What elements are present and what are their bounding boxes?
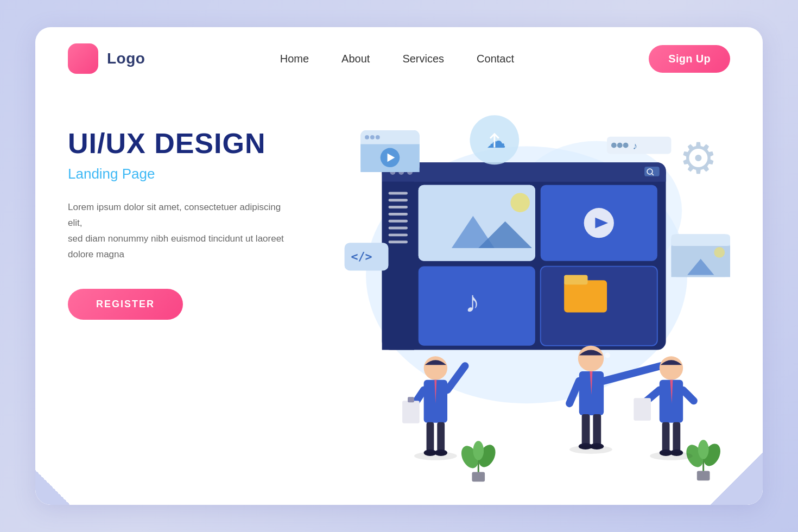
hero-section: UI/UX DESIGN Landing Page Lorem ipsum do… — [35, 74, 763, 486]
svg-point-89 — [670, 449, 683, 456]
svg-rect-15 — [389, 213, 408, 216]
nav-contact[interactable]: Contact — [477, 53, 514, 65]
svg-point-105 — [569, 445, 612, 454]
svg-point-9 — [647, 169, 653, 174]
register-button[interactable]: REGISTER — [68, 289, 183, 320]
svg-rect-87 — [673, 422, 680, 452]
svg-point-24 — [510, 193, 530, 212]
svg-rect-61 — [671, 246, 730, 277]
svg-point-43 — [381, 148, 400, 168]
svg-point-79 — [579, 443, 593, 449]
svg-point-6 — [398, 169, 404, 175]
svg-point-35 — [605, 352, 610, 358]
nav-services[interactable]: Services — [402, 53, 444, 65]
svg-rect-48 — [607, 137, 671, 154]
svg-rect-25 — [541, 185, 657, 261]
svg-rect-58 — [671, 234, 730, 277]
svg-point-106 — [650, 452, 693, 460]
svg-point-84 — [660, 356, 683, 379]
svg-point-39 — [365, 135, 369, 140]
svg-marker-27 — [595, 218, 608, 229]
svg-marker-22 — [452, 216, 495, 248]
svg-text:⚙: ⚙ — [679, 135, 718, 182]
svg-rect-66 — [427, 422, 434, 452]
svg-point-7 — [407, 169, 413, 175]
svg-point-97 — [473, 441, 484, 460]
svg-rect-78 — [593, 414, 601, 445]
nav-links: Home About Services Contact — [280, 53, 514, 65]
main-card: Logo Home About Services Contact Sign Up… — [35, 27, 763, 505]
svg-rect-3 — [382, 162, 666, 182]
svg-rect-86 — [662, 422, 670, 452]
svg-line-82 — [569, 381, 579, 403]
svg-marker-44 — [388, 153, 395, 162]
svg-line-91 — [683, 390, 694, 401]
svg-rect-21 — [419, 185, 535, 261]
svg-rect-72 — [402, 401, 420, 423]
svg-point-69 — [434, 449, 447, 456]
svg-text:♪: ♪ — [465, 285, 480, 319]
svg-rect-37 — [360, 130, 420, 144]
svg-rect-36 — [360, 130, 420, 172]
hero-right: ♪ — [328, 96, 730, 486]
svg-rect-93 — [634, 398, 651, 420]
svg-marker-83 — [590, 371, 592, 395]
logo-text: Logo — [107, 50, 145, 67]
svg-point-104 — [414, 452, 457, 460]
nav-about[interactable]: About — [341, 53, 370, 65]
svg-point-33 — [590, 352, 595, 358]
svg-rect-4 — [382, 172, 666, 182]
svg-text:</>: </> — [351, 250, 372, 263]
svg-rect-38 — [360, 137, 420, 144]
svg-point-95 — [458, 443, 482, 471]
svg-point-41 — [376, 135, 380, 140]
svg-rect-17 — [389, 227, 408, 230]
hero-left: UI/UX DESIGN Landing Page Lorem ipsum do… — [68, 96, 328, 486]
svg-point-5 — [390, 169, 395, 175]
svg-rect-14 — [389, 206, 408, 208]
svg-rect-85 — [660, 380, 683, 423]
svg-rect-16 — [389, 220, 408, 223]
svg-rect-31 — [564, 280, 607, 312]
svg-rect-76 — [579, 371, 604, 415]
svg-rect-19 — [389, 240, 408, 243]
hero-title: UI/UX DESIGN — [68, 128, 328, 159]
svg-rect-98 — [472, 472, 485, 482]
svg-marker-23 — [478, 221, 532, 248]
svg-point-1 — [510, 141, 682, 281]
svg-point-45 — [470, 115, 519, 164]
svg-rect-73 — [408, 397, 414, 402]
svg-point-49 — [611, 143, 617, 148]
svg-marker-74 — [434, 380, 436, 403]
svg-rect-67 — [437, 422, 445, 452]
svg-point-50 — [617, 143, 623, 148]
svg-point-75 — [578, 346, 604, 371]
svg-text:♪: ♪ — [632, 141, 637, 151]
svg-rect-65 — [424, 380, 447, 423]
svg-point-64 — [424, 356, 447, 379]
svg-rect-32 — [564, 275, 587, 284]
svg-rect-28 — [419, 267, 535, 346]
svg-rect-30 — [541, 267, 657, 346]
hero-subtitle: Landing Page — [68, 166, 328, 182]
svg-rect-60 — [671, 239, 730, 245]
svg-rect-11 — [382, 182, 414, 350]
svg-point-68 — [424, 449, 437, 456]
svg-rect-54 — [345, 243, 389, 270]
svg-point-80 — [590, 443, 604, 449]
signup-button[interactable]: Sign Up — [649, 45, 730, 73]
svg-point-0 — [366, 147, 687, 404]
logo-icon — [68, 43, 98, 74]
svg-line-71 — [413, 390, 424, 407]
svg-point-88 — [660, 449, 673, 456]
svg-marker-62 — [687, 259, 714, 275]
svg-rect-77 — [582, 414, 590, 445]
hero-description: Lorem ipsum dolor sit amet, consectetuer… — [68, 200, 296, 263]
svg-marker-92 — [670, 380, 673, 403]
svg-rect-12 — [389, 192, 408, 194]
svg-line-81 — [604, 366, 661, 381]
svg-rect-8 — [644, 167, 660, 176]
nav-home[interactable]: Home — [280, 53, 309, 65]
illustration-svg: ♪ — [328, 96, 730, 486]
svg-point-63 — [714, 247, 725, 258]
